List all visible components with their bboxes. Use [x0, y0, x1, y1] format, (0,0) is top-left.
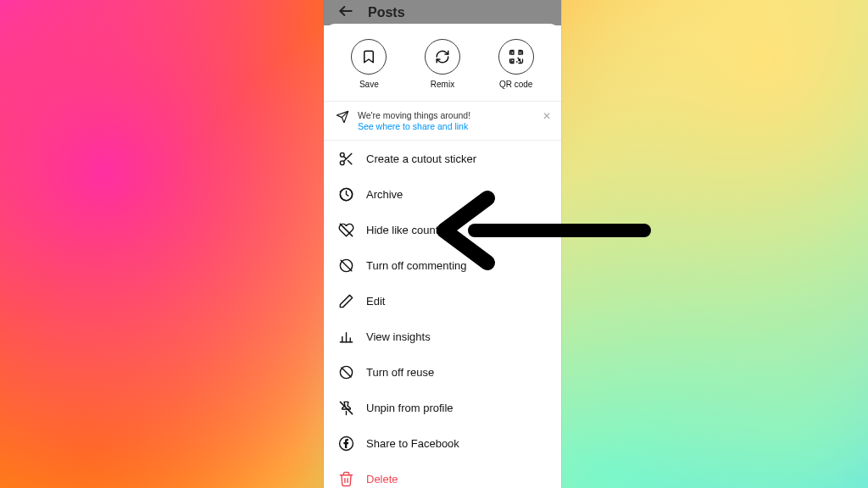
save-action[interactable]: Save — [342, 39, 396, 89]
save-icon — [351, 39, 387, 75]
menu-archive[interactable]: Archive — [324, 176, 561, 212]
notice-banner: We're moving things around! See where to… — [324, 102, 561, 141]
reuse-off-icon — [337, 363, 354, 380]
svg-line-15 — [341, 368, 350, 377]
remix-label: Remix — [431, 80, 454, 89]
paper-plane-icon — [336, 110, 349, 127]
pin-off-icon — [337, 399, 354, 416]
action-row: Save Remix QR code — [324, 36, 561, 102]
menu-list: Create a cutout sticker Archive Hide lik… — [324, 141, 561, 488]
bar-chart-icon — [337, 328, 354, 345]
archive-icon — [337, 186, 354, 202]
menu-delete[interactable]: Delete — [324, 461, 561, 488]
menu-label: Hide like count — [366, 224, 438, 236]
bottom-sheet: Save Remix QR code We're moving things a… — [324, 24, 561, 488]
menu-label: Share to Facebook — [366, 437, 459, 450]
menu-turn-off-commenting[interactable]: Turn off commenting — [324, 247, 561, 283]
back-arrow-icon[interactable] — [337, 3, 354, 23]
svg-line-9 — [341, 260, 352, 271]
qrcode-action[interactable]: QR code — [489, 39, 543, 89]
facebook-icon — [337, 435, 354, 452]
save-label: Save — [359, 80, 379, 89]
menu-label: Edit — [366, 295, 385, 308]
menu-unpin[interactable]: Unpin from profile — [324, 390, 561, 425]
remix-icon — [425, 39, 460, 75]
menu-label: Turn off commenting — [366, 259, 467, 272]
menu-label: Delete — [366, 473, 398, 485]
menu-hide-like-count[interactable]: Hide like count — [324, 212, 561, 247]
qrcode-icon — [498, 39, 534, 75]
notice-text: We're moving things around! — [358, 110, 470, 121]
menu-label: Archive — [366, 188, 403, 201]
menu-create-cutout[interactable]: Create a cutout sticker — [324, 141, 561, 176]
menu-label: Turn off reuse — [366, 366, 434, 379]
close-icon[interactable]: ✕ — [542, 110, 551, 122]
remix-action[interactable]: Remix — [415, 39, 470, 89]
menu-label: View insights — [366, 330, 431, 343]
comment-off-icon — [337, 257, 354, 274]
qrcode-label: QR code — [499, 80, 532, 89]
underlying-header: Posts — [324, 0, 561, 25]
menu-turn-off-reuse[interactable]: Turn off reuse — [324, 354, 561, 390]
trash-icon — [337, 470, 354, 487]
page-title: Posts — [368, 5, 405, 20]
menu-view-insights[interactable]: View insights — [324, 319, 561, 354]
svg-line-4 — [348, 160, 351, 164]
menu-label: Unpin from profile — [366, 402, 453, 414]
scissors-icon — [337, 150, 354, 167]
phone-frame: Posts Save Remix QR code — [324, 0, 561, 488]
heart-off-icon — [337, 221, 354, 238]
notice-link[interactable]: See where to share and link — [358, 121, 470, 131]
pencil-icon — [337, 292, 354, 309]
menu-label: Create a cutout sticker — [366, 152, 476, 165]
svg-line-5 — [343, 156, 346, 158]
menu-edit[interactable]: Edit — [324, 283, 561, 319]
menu-share-facebook[interactable]: Share to Facebook — [324, 425, 561, 461]
